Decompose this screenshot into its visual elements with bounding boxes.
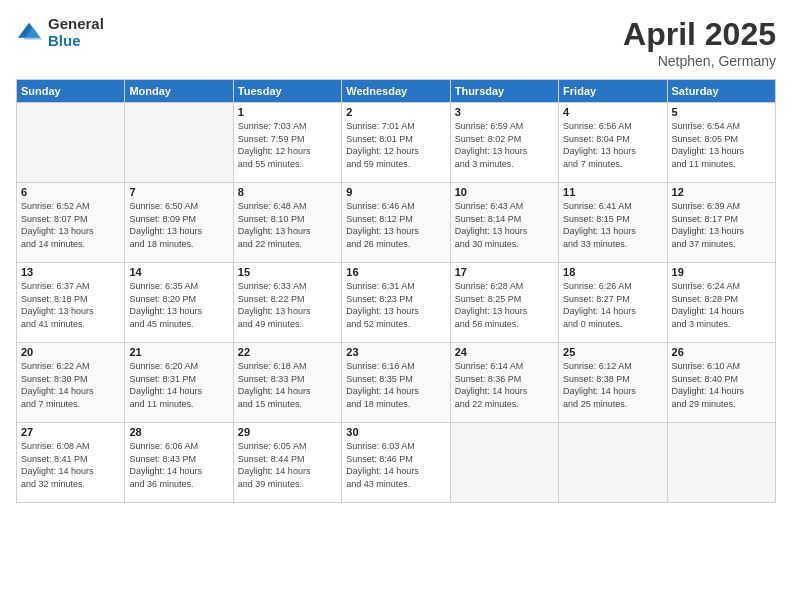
day-number: 18 [563, 266, 662, 278]
col-monday: Monday [125, 80, 233, 103]
calendar-week-2: 13Sunrise: 6:37 AM Sunset: 8:18 PM Dayli… [17, 263, 776, 343]
day-info: Sunrise: 6:59 AM Sunset: 8:02 PM Dayligh… [455, 120, 554, 170]
calendar-cell [125, 103, 233, 183]
day-info: Sunrise: 6:41 AM Sunset: 8:15 PM Dayligh… [563, 200, 662, 250]
calendar-cell: 22Sunrise: 6:18 AM Sunset: 8:33 PM Dayli… [233, 343, 341, 423]
title-block: April 2025 Netphen, Germany [623, 16, 776, 69]
day-number: 15 [238, 266, 337, 278]
header: General Blue April 2025 Netphen, Germany [16, 16, 776, 69]
day-info: Sunrise: 6:33 AM Sunset: 8:22 PM Dayligh… [238, 280, 337, 330]
day-info: Sunrise: 6:52 AM Sunset: 8:07 PM Dayligh… [21, 200, 120, 250]
calendar-cell: 23Sunrise: 6:16 AM Sunset: 8:35 PM Dayli… [342, 343, 450, 423]
calendar-cell: 6Sunrise: 6:52 AM Sunset: 8:07 PM Daylig… [17, 183, 125, 263]
title-month: April 2025 [623, 16, 776, 53]
calendar-cell: 3Sunrise: 6:59 AM Sunset: 8:02 PM Daylig… [450, 103, 558, 183]
day-info: Sunrise: 6:46 AM Sunset: 8:12 PM Dayligh… [346, 200, 445, 250]
calendar-cell: 15Sunrise: 6:33 AM Sunset: 8:22 PM Dayli… [233, 263, 341, 343]
day-number: 27 [21, 426, 120, 438]
day-info: Sunrise: 6:10 AM Sunset: 8:40 PM Dayligh… [672, 360, 771, 410]
logo: General Blue [16, 16, 104, 49]
day-number: 4 [563, 106, 662, 118]
day-number: 3 [455, 106, 554, 118]
day-info: Sunrise: 6:31 AM Sunset: 8:23 PM Dayligh… [346, 280, 445, 330]
calendar-cell [559, 423, 667, 503]
day-number: 9 [346, 186, 445, 198]
calendar-cell: 8Sunrise: 6:48 AM Sunset: 8:10 PM Daylig… [233, 183, 341, 263]
day-number: 11 [563, 186, 662, 198]
day-number: 2 [346, 106, 445, 118]
day-number: 16 [346, 266, 445, 278]
day-number: 25 [563, 346, 662, 358]
day-number: 6 [21, 186, 120, 198]
calendar-cell: 28Sunrise: 6:06 AM Sunset: 8:43 PM Dayli… [125, 423, 233, 503]
day-info: Sunrise: 6:18 AM Sunset: 8:33 PM Dayligh… [238, 360, 337, 410]
calendar-cell: 27Sunrise: 6:08 AM Sunset: 8:41 PM Dayli… [17, 423, 125, 503]
calendar-cell: 21Sunrise: 6:20 AM Sunset: 8:31 PM Dayli… [125, 343, 233, 423]
day-number: 26 [672, 346, 771, 358]
col-thursday: Thursday [450, 80, 558, 103]
day-info: Sunrise: 6:48 AM Sunset: 8:10 PM Dayligh… [238, 200, 337, 250]
day-info: Sunrise: 6:28 AM Sunset: 8:25 PM Dayligh… [455, 280, 554, 330]
day-number: 17 [455, 266, 554, 278]
day-info: Sunrise: 6:56 AM Sunset: 8:04 PM Dayligh… [563, 120, 662, 170]
calendar-week-3: 20Sunrise: 6:22 AM Sunset: 8:30 PM Dayli… [17, 343, 776, 423]
calendar-cell: 19Sunrise: 6:24 AM Sunset: 8:28 PM Dayli… [667, 263, 775, 343]
calendar-cell: 26Sunrise: 6:10 AM Sunset: 8:40 PM Dayli… [667, 343, 775, 423]
day-number: 10 [455, 186, 554, 198]
calendar-header: Sunday Monday Tuesday Wednesday Thursday… [17, 80, 776, 103]
calendar-week-1: 6Sunrise: 6:52 AM Sunset: 8:07 PM Daylig… [17, 183, 776, 263]
day-info: Sunrise: 6:16 AM Sunset: 8:35 PM Dayligh… [346, 360, 445, 410]
calendar-cell: 9Sunrise: 6:46 AM Sunset: 8:12 PM Daylig… [342, 183, 450, 263]
day-info: Sunrise: 7:01 AM Sunset: 8:01 PM Dayligh… [346, 120, 445, 170]
day-info: Sunrise: 6:37 AM Sunset: 8:18 PM Dayligh… [21, 280, 120, 330]
calendar-cell: 7Sunrise: 6:50 AM Sunset: 8:09 PM Daylig… [125, 183, 233, 263]
day-number: 23 [346, 346, 445, 358]
calendar-cell: 18Sunrise: 6:26 AM Sunset: 8:27 PM Dayli… [559, 263, 667, 343]
day-info: Sunrise: 6:05 AM Sunset: 8:44 PM Dayligh… [238, 440, 337, 490]
day-info: Sunrise: 6:03 AM Sunset: 8:46 PM Dayligh… [346, 440, 445, 490]
day-info: Sunrise: 7:03 AM Sunset: 7:59 PM Dayligh… [238, 120, 337, 170]
calendar-week-4: 27Sunrise: 6:08 AM Sunset: 8:41 PM Dayli… [17, 423, 776, 503]
day-info: Sunrise: 6:43 AM Sunset: 8:14 PM Dayligh… [455, 200, 554, 250]
day-number: 20 [21, 346, 120, 358]
day-number: 8 [238, 186, 337, 198]
calendar-cell: 29Sunrise: 6:05 AM Sunset: 8:44 PM Dayli… [233, 423, 341, 503]
calendar-cell: 14Sunrise: 6:35 AM Sunset: 8:20 PM Dayli… [125, 263, 233, 343]
calendar-cell: 20Sunrise: 6:22 AM Sunset: 8:30 PM Dayli… [17, 343, 125, 423]
calendar-cell: 24Sunrise: 6:14 AM Sunset: 8:36 PM Dayli… [450, 343, 558, 423]
calendar-week-0: 1Sunrise: 7:03 AM Sunset: 7:59 PM Daylig… [17, 103, 776, 183]
calendar-cell: 17Sunrise: 6:28 AM Sunset: 8:25 PM Dayli… [450, 263, 558, 343]
col-tuesday: Tuesday [233, 80, 341, 103]
calendar-cell: 5Sunrise: 6:54 AM Sunset: 8:05 PM Daylig… [667, 103, 775, 183]
col-friday: Friday [559, 80, 667, 103]
calendar-table: Sunday Monday Tuesday Wednesday Thursday… [16, 79, 776, 503]
day-number: 14 [129, 266, 228, 278]
day-number: 24 [455, 346, 554, 358]
day-number: 30 [346, 426, 445, 438]
logo-blue: Blue [48, 33, 104, 50]
calendar-cell: 4Sunrise: 6:56 AM Sunset: 8:04 PM Daylig… [559, 103, 667, 183]
day-info: Sunrise: 6:39 AM Sunset: 8:17 PM Dayligh… [672, 200, 771, 250]
calendar-cell: 1Sunrise: 7:03 AM Sunset: 7:59 PM Daylig… [233, 103, 341, 183]
calendar-cell: 2Sunrise: 7:01 AM Sunset: 8:01 PM Daylig… [342, 103, 450, 183]
day-number: 12 [672, 186, 771, 198]
calendar-cell [667, 423, 775, 503]
calendar-cell: 11Sunrise: 6:41 AM Sunset: 8:15 PM Dayli… [559, 183, 667, 263]
day-number: 5 [672, 106, 771, 118]
day-info: Sunrise: 6:14 AM Sunset: 8:36 PM Dayligh… [455, 360, 554, 410]
col-saturday: Saturday [667, 80, 775, 103]
logo-general: General [48, 16, 104, 33]
day-info: Sunrise: 6:22 AM Sunset: 8:30 PM Dayligh… [21, 360, 120, 410]
day-info: Sunrise: 6:50 AM Sunset: 8:09 PM Dayligh… [129, 200, 228, 250]
weekday-row: Sunday Monday Tuesday Wednesday Thursday… [17, 80, 776, 103]
logo-text: General Blue [48, 16, 104, 49]
logo-icon [16, 19, 44, 47]
day-number: 29 [238, 426, 337, 438]
calendar-cell: 13Sunrise: 6:37 AM Sunset: 8:18 PM Dayli… [17, 263, 125, 343]
calendar-cell: 25Sunrise: 6:12 AM Sunset: 8:38 PM Dayli… [559, 343, 667, 423]
page: General Blue April 2025 Netphen, Germany… [0, 0, 792, 612]
calendar-cell: 10Sunrise: 6:43 AM Sunset: 8:14 PM Dayli… [450, 183, 558, 263]
day-number: 28 [129, 426, 228, 438]
day-info: Sunrise: 6:12 AM Sunset: 8:38 PM Dayligh… [563, 360, 662, 410]
calendar-cell [450, 423, 558, 503]
